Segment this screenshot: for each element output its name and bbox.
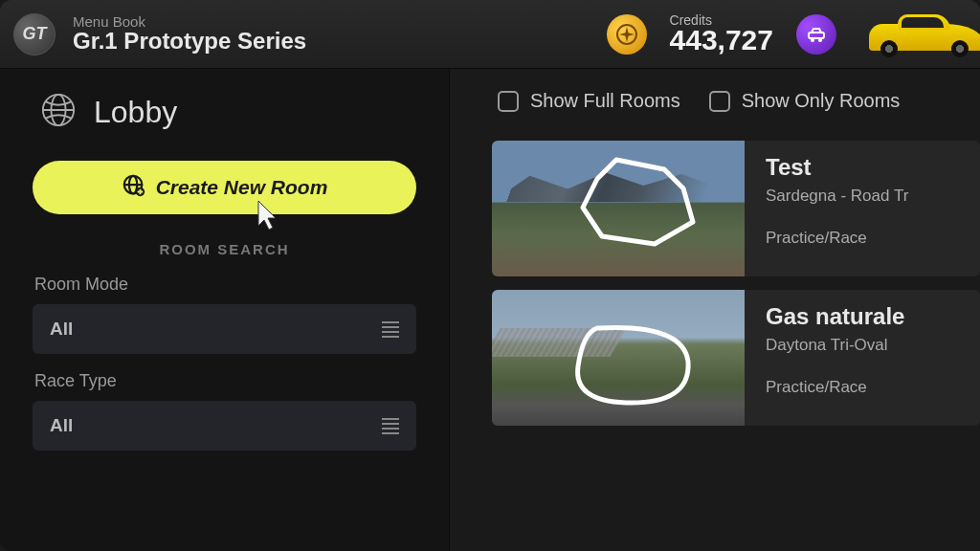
filter-room-mode: Room Mode All [33,275,416,354]
svg-rect-3 [809,33,824,38]
checkbox-label: Show Only Rooms [742,90,901,112]
room-mode: Practice/Race [766,229,959,248]
checkbox-icon [709,91,730,112]
globe-icon [40,92,77,132]
filter-value-room-mode: All [50,319,73,340]
track-thumbnail-sardegna [492,141,745,276]
filter-select-room-mode[interactable]: All [33,304,416,354]
room-subtitle: Sardegna - Road Tr [766,187,959,206]
checkbox-label: Show Full Rooms [530,90,680,112]
room-list-panel: Show Full Rooms Show Only Rooms Test Sar… [450,69,980,551]
filter-label-room-mode: Room Mode [33,275,416,295]
room-mode: Practice/Race [766,378,959,397]
room-title: Test [766,154,959,181]
title-block: Menu Book Gr.1 Prototype Series [73,13,306,55]
cursor-icon [253,199,279,233]
header-bar: GT Menu Book Gr.1 Prototype Series Credi… [0,0,980,69]
compass-coin-icon[interactable] [607,14,647,55]
checkbox-icon [498,91,519,112]
checkbox-show-full-rooms[interactable]: Show Full Rooms [498,90,680,112]
room-filter-checkboxes: Show Full Rooms Show Only Rooms [492,90,980,112]
credits-value: 443,727 [670,24,773,56]
svg-point-5 [818,38,822,42]
menu-icon [382,418,399,434]
main-layout: Lobby Create New Room ROOM SEARCH Room M… [0,69,980,551]
create-button-label: Create New Room [156,176,328,199]
current-car-thumbnail[interactable] [859,9,980,60]
checkbox-show-only-rooms[interactable]: Show Only Rooms [709,90,901,112]
filter-select-race-type[interactable]: All [33,401,416,451]
filter-value-race-type: All [50,415,73,436]
filter-race-type: Race Type All [33,371,416,451]
room-meta: Test Sardegna - Road Tr Practice/Race [745,141,980,276]
garage-icon[interactable] [796,14,836,55]
room-title: Gas naturale [766,303,959,330]
svg-marker-2 [619,33,635,36]
lobby-title: Lobby [94,95,177,130]
lobby-header: Lobby [33,92,416,132]
filter-label-race-type: Race Type [33,371,416,391]
game-logo-badge[interactable]: GT [13,13,56,55]
room-card[interactable]: Test Sardegna - Road Tr Practice/Race [492,141,980,276]
track-thumbnail-daytona [492,290,745,426]
room-subtitle: Daytona Tri-Oval [766,336,959,355]
globe-plus-icon [122,173,146,203]
menu-icon [382,321,399,338]
svg-point-4 [811,38,814,42]
room-card[interactable]: Gas naturale Daytona Tri-Oval Practice/R… [492,290,980,426]
series-title: Gr.1 Prototype Series [73,28,306,55]
credits-block: Credits 443,727 [670,12,773,56]
header-right: Credits 443,727 [607,9,967,60]
room-search-heading: ROOM SEARCH [33,241,416,257]
room-meta: Gas naturale Daytona Tri-Oval Practice/R… [745,290,980,426]
lobby-sidebar: Lobby Create New Room ROOM SEARCH Room M… [0,69,450,551]
create-new-room-button[interactable]: Create New Room [33,161,416,214]
